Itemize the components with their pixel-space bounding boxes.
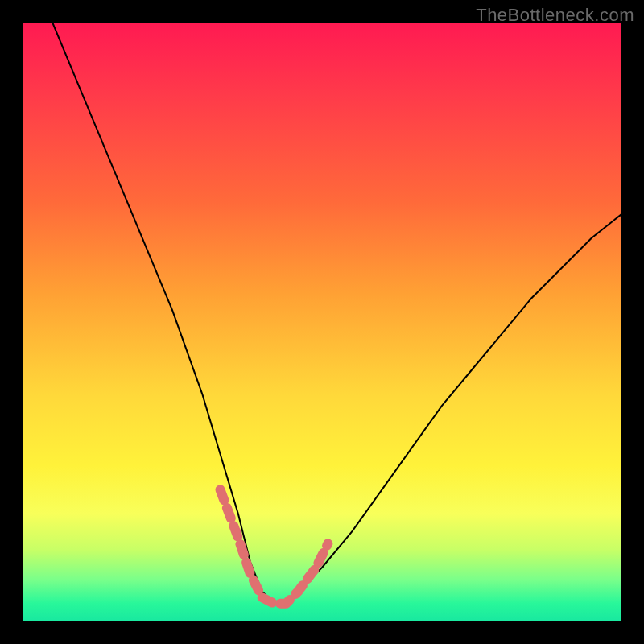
bottleneck-curve	[52, 23, 621, 604]
curve-layer	[23, 23, 621, 621]
plot-area	[23, 23, 621, 621]
watermark-text: TheBottleneck.com	[476, 5, 634, 26]
chart-frame: TheBottleneck.com	[0, 0, 644, 644]
